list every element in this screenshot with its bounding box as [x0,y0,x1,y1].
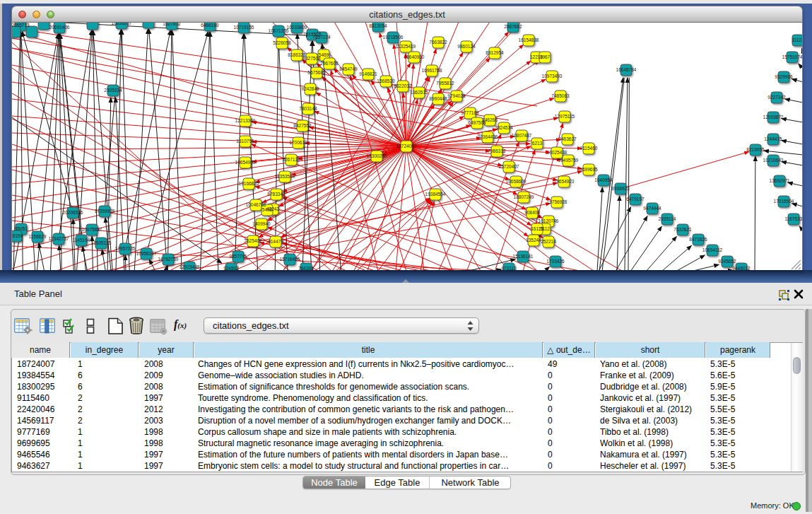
svg-text:9227342: 9227342 [767,95,786,100]
svg-text:1244415: 1244415 [764,136,782,141]
svg-text:9474444: 9474444 [643,206,661,211]
svg-text:16120746: 16120746 [539,218,559,223]
svg-text:6479197: 6479197 [626,197,645,201]
svg-text:1145194: 1145194 [73,238,90,243]
svg-text:1167533: 1167533 [785,216,802,221]
svg-text:908406: 908406 [524,210,540,215]
svg-text:10671355: 10671355 [269,28,289,33]
svg-text:914479: 914479 [268,239,283,244]
svg-text:5469: 5469 [319,52,329,57]
svg-text:8990448: 8990448 [429,96,447,101]
svg-text:10210643: 10210643 [763,158,784,163]
svg-text:10719155: 10719155 [234,25,254,30]
svg-text:7632621: 7632621 [673,227,692,232]
svg-text:3967: 3967 [540,54,551,59]
svg-text:10807487: 10807487 [512,133,532,138]
svg-text:16115: 16115 [531,226,543,231]
svg-text:1700613: 1700613 [289,140,307,145]
svg-text:15136141: 15136141 [513,254,534,259]
svg-text:19384554: 19384554 [425,192,446,197]
svg-text:2935114: 2935114 [659,216,676,221]
svg-text:12093872: 12093872 [763,115,784,119]
svg-text:16648784: 16648784 [616,67,637,72]
svg-text:18807249: 18807249 [514,194,534,199]
svg-text:11353594: 11353594 [275,174,295,179]
svg-text:13692971: 13692971 [770,178,790,183]
svg-text:16154838: 16154838 [519,37,539,42]
svg-text:19756928: 19756928 [547,199,567,204]
svg-text:9115460: 9115460 [580,146,598,151]
svg-text:9445012: 9445012 [732,266,751,270]
svg-text:7955812: 7955812 [436,81,454,86]
svg-text:10046788: 10046788 [246,202,266,207]
svg-text:7357224: 7357224 [312,35,331,40]
svg-text:1527602: 1527602 [163,23,181,26]
svg-text:252214: 252214 [541,239,556,244]
svg-text:19654923: 19654923 [554,179,575,184]
svg-text:12213369: 12213369 [235,118,256,123]
svg-text:10973493: 10973493 [542,74,563,78]
svg-text:7625402: 7625402 [244,238,262,243]
svg-text:7663822: 7663822 [429,40,447,45]
svg-text:16640910: 16640910 [404,54,425,59]
svg-text:9146821: 9146821 [359,71,377,76]
svg-text:20364436: 20364436 [478,134,498,139]
svg-text:10025438: 10025438 [547,150,567,155]
svg-text:9794028: 9794028 [447,93,466,98]
svg-text:9242848: 9242848 [301,86,319,91]
svg-text:15720407: 15720407 [499,164,519,169]
svg-text:12923448: 12923448 [180,264,200,269]
svg-text:10658609: 10658609 [506,179,526,184]
svg-text:11325419: 11325419 [396,44,416,49]
svg-text:95051: 95051 [15,226,28,231]
svg-text:5226058: 5226058 [273,40,291,45]
svg-text:10958107: 10958107 [136,251,157,256]
svg-text:17016504: 17016504 [774,199,794,204]
svg-text:5575685: 5575685 [307,70,326,75]
svg-text:10654112: 10654112 [702,247,723,252]
svg-text:2305334: 2305334 [104,88,122,93]
svg-text:12975115: 12975115 [555,114,575,119]
svg-text:135244: 135244 [526,238,541,243]
svg-text:19495759: 19495759 [558,158,579,163]
svg-text:20206536: 20206536 [63,210,83,215]
svg-text:9245652: 9245652 [718,259,736,264]
svg-text:8215955: 8215955 [746,147,765,152]
svg-text:7803144: 7803144 [299,106,317,111]
svg-text:18724007: 18724007 [396,144,417,148]
svg-text:746266: 746266 [482,117,498,122]
svg-text:1156829: 1156829 [29,234,47,239]
svg-text:2055713: 2055713 [12,23,30,28]
svg-text:8427552: 8427552 [293,123,312,128]
svg-text:11123: 11123 [792,37,802,42]
svg-text:8938923: 8938923 [611,186,630,191]
svg-text:19166825: 19166825 [239,181,259,186]
svg-text:8912954: 8912954 [486,50,504,55]
svg-text:19218506: 19218506 [383,35,404,40]
svg-text:2887682: 2887682 [504,24,522,29]
svg-text:7485063: 7485063 [551,93,570,98]
svg-text:1409940: 1409940 [252,221,271,226]
svg-text:8783342: 8783342 [267,192,286,197]
svg-text:9857791: 9857791 [229,254,247,259]
svg-text:8471626: 8471626 [689,237,707,242]
svg-text:3824534: 3824534 [495,125,513,130]
svg-text:17359928: 17359928 [95,209,115,214]
svg-text:10653267: 10653267 [112,23,132,25]
svg-text:6213: 6213 [532,141,543,146]
svg-text:5498: 5498 [262,207,273,212]
svg-text:15716485: 15716485 [280,257,300,262]
svg-text:2967608: 2967608 [320,61,339,66]
svg-text:15751074: 15751074 [782,54,802,59]
svg-text:10033809: 10033809 [287,25,307,30]
svg-text:9463627: 9463627 [558,136,577,141]
svg-text:764391: 764391 [298,266,314,270]
svg-text:1733426: 1733426 [546,259,565,264]
svg-text:18300295: 18300295 [367,153,387,158]
svg-text:1568520: 1568520 [377,78,395,83]
svg-text:7986312: 7986312 [488,148,506,153]
svg-text:17957225: 17957225 [115,246,136,251]
svg-text:9329966: 9329966 [775,74,793,79]
svg-text:3267130: 3267130 [282,157,300,162]
svg-text:973110: 973110 [501,266,517,270]
